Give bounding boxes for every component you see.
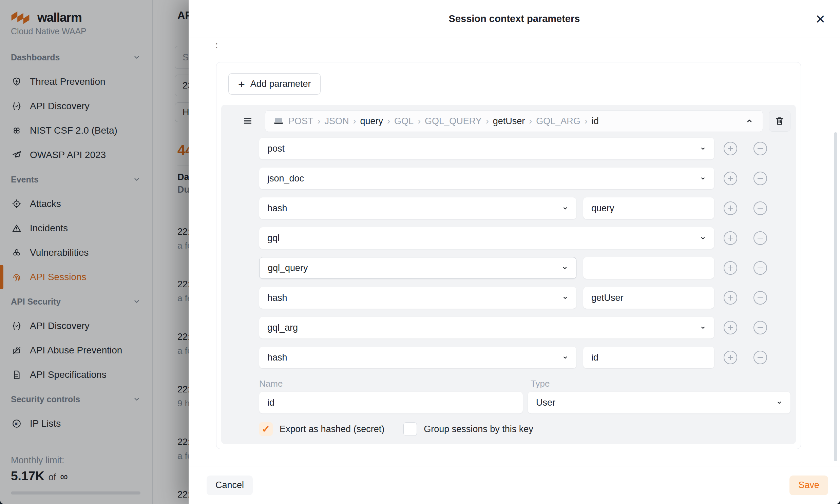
- param-select[interactable]: hash: [259, 197, 576, 219]
- param-row-hash-getuser: hash: [259, 287, 790, 309]
- chevron-down-icon: [562, 295, 568, 301]
- modal-scrollbar[interactable]: [834, 132, 837, 461]
- param-row-hash-query: hash: [259, 197, 790, 219]
- remove-level-button[interactable]: [753, 350, 768, 365]
- remove-level-button[interactable]: [753, 320, 768, 335]
- type-select[interactable]: User: [528, 392, 790, 413]
- add-level-button[interactable]: [723, 350, 738, 365]
- param-row-json-doc: json_doc: [259, 167, 790, 189]
- clipped-text-fragment: :: [215, 40, 218, 51]
- param-select[interactable]: gql_arg: [259, 317, 714, 339]
- name-field[interactable]: [259, 392, 523, 413]
- checkbox-row: ✓ Export as hashed (secret) Group sessio…: [259, 422, 790, 436]
- remove-level-button[interactable]: [753, 201, 768, 216]
- modal-title: Session context parameters: [449, 13, 580, 24]
- remove-level-button[interactable]: [753, 171, 768, 186]
- chevron-down-icon: [700, 325, 706, 331]
- add-level-button[interactable]: [723, 171, 738, 186]
- delete-parameter-button[interactable]: [769, 111, 790, 131]
- add-level-button[interactable]: [723, 141, 738, 156]
- param-row-gql: gql: [259, 227, 790, 249]
- add-parameter-button[interactable]: + Add parameter: [228, 73, 321, 95]
- add-level-button[interactable]: [723, 260, 738, 275]
- add-level-button[interactable]: [723, 320, 738, 335]
- param-select[interactable]: post: [259, 138, 714, 159]
- parameter-header-row: POST› JSON› query› GQL› GQL_QUERY› getUs…: [227, 110, 790, 132]
- check-icon: ✓: [262, 424, 270, 434]
- name-type-inputs: User: [259, 392, 790, 413]
- remove-level-button[interactable]: [753, 290, 768, 305]
- cancel-button[interactable]: Cancel: [207, 475, 253, 495]
- export-hashed-checkbox[interactable]: ✓: [259, 422, 273, 436]
- app-window: wallarm Cloud Native WAAP Dashboards Thr…: [0, 0, 840, 504]
- chevron-down-icon: [562, 355, 568, 361]
- session-context-parameters-modal: Session context parameters × : + Add par…: [189, 0, 840, 504]
- chevron-down-icon: [562, 205, 568, 211]
- close-icon[interactable]: ×: [813, 11, 828, 27]
- param-value-input[interactable]: [583, 287, 714, 309]
- client-device-icon: [273, 117, 284, 126]
- remove-level-button[interactable]: [753, 231, 768, 246]
- chevron-down-icon: [700, 175, 706, 181]
- param-row-gql-query: gql_query: [259, 257, 790, 279]
- chevron-up-icon[interactable]: [744, 117, 754, 125]
- parameter-rows: post json_doc: [259, 138, 790, 436]
- modal-header: Session context parameters ×: [189, 0, 840, 38]
- type-label: Type: [531, 378, 550, 389]
- param-select[interactable]: hash: [259, 347, 576, 368]
- modal-footer: Cancel Save: [189, 466, 840, 504]
- add-level-button[interactable]: [723, 201, 738, 216]
- param-select[interactable]: gql_query: [259, 257, 576, 279]
- param-value-input[interactable]: [583, 347, 714, 368]
- trash-icon: [774, 116, 785, 126]
- group-sessions-checkbox[interactable]: [404, 422, 417, 436]
- modal-body: : + Add parameter: [189, 38, 840, 466]
- name-type-labels: Name Type: [259, 378, 790, 389]
- name-label: Name: [259, 378, 531, 389]
- param-select[interactable]: hash: [259, 287, 576, 309]
- param-row-post: post: [259, 138, 790, 159]
- chevron-down-icon: [700, 145, 706, 151]
- chevron-down-icon: [562, 265, 568, 271]
- parameter-item: POST› JSON› query› GQL› GQL_QUERY› getUs…: [221, 105, 796, 444]
- parameter-breadcrumb[interactable]: POST› JSON› query› GQL› GQL_QUERY› getUs…: [265, 110, 763, 132]
- param-select[interactable]: json_doc: [259, 167, 714, 189]
- export-hashed-label: Export as hashed (secret): [280, 424, 385, 434]
- chevron-down-icon: [776, 399, 782, 406]
- plus-icon: +: [238, 78, 245, 90]
- remove-level-button[interactable]: [753, 260, 768, 275]
- breadcrumb-path: POST› JSON› query› GQL› GQL_QUERY› getUs…: [288, 116, 744, 126]
- save-button[interactable]: Save: [789, 475, 828, 495]
- param-row-hash-id: hash: [259, 347, 790, 368]
- remove-level-button[interactable]: [753, 141, 768, 156]
- group-sessions-label: Group sessions by this key: [424, 424, 533, 434]
- param-select[interactable]: gql: [259, 227, 714, 249]
- param-value-input[interactable]: [583, 257, 714, 279]
- add-level-button[interactable]: [723, 290, 738, 305]
- param-value-input[interactable]: [583, 197, 714, 219]
- param-row-gql-arg: gql_arg: [259, 317, 790, 339]
- chevron-down-icon: [700, 235, 706, 241]
- drag-handle-icon[interactable]: [243, 116, 253, 126]
- add-level-button[interactable]: [723, 231, 738, 246]
- parameters-card: + Add parameter POST›: [216, 62, 801, 449]
